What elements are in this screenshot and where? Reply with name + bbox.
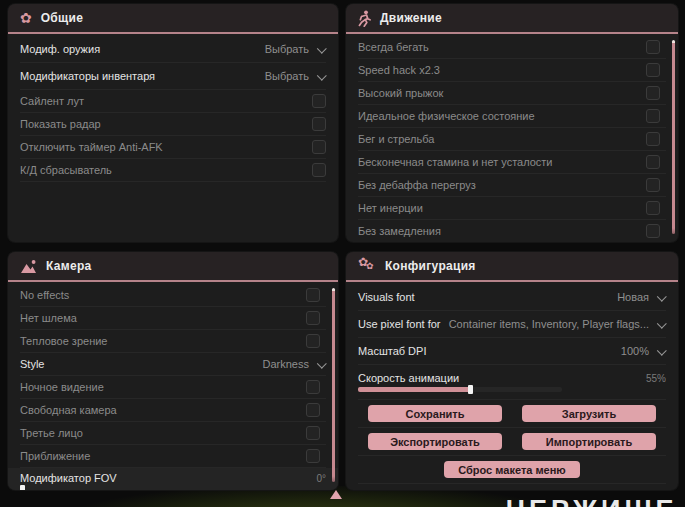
row-run-and-shoot: Бег и стрельба	[358, 128, 666, 151]
reset-menu-layout-button[interactable]: Сброс макета меню	[444, 461, 580, 478]
row-label: Модиф. оружия	[20, 43, 100, 55]
dropdown-value: Darkness	[263, 358, 309, 370]
row-label: Бесконечная стамина и нет усталости	[358, 156, 553, 168]
row-label: Бег и стрельба	[358, 133, 434, 145]
row-label: Высокий прыжок	[358, 87, 443, 99]
row-third-person: Третье лицо	[20, 422, 326, 445]
row-label: Speed hack x2.3	[358, 64, 440, 76]
night-vision-checkbox[interactable]	[306, 380, 320, 394]
cooldown-reset-checkbox[interactable]	[312, 163, 326, 177]
scrollbar[interactable]	[672, 40, 675, 234]
row-label: Сайлент лут	[20, 95, 84, 107]
free-camera-checkbox[interactable]	[306, 403, 320, 417]
scrollbar[interactable]	[332, 288, 335, 482]
row-label: Всегда бегать	[358, 41, 429, 53]
load-button[interactable]: Загрузить	[522, 405, 656, 422]
zoom-checkbox[interactable]	[306, 449, 320, 463]
weapon-mods-dropdown[interactable]: Выбрать	[265, 43, 326, 55]
row-label: Без дебаффа перегруз	[358, 179, 476, 191]
row-pixel-font: Use pixel font for Container items, Inve…	[358, 311, 666, 338]
button-row: Сброс макета меню	[358, 456, 666, 484]
style-dropdown[interactable]: Darkness	[263, 358, 326, 370]
row-disable-antiafk: Отключить таймер Anti-AFK	[20, 136, 326, 159]
import-button[interactable]: Импортировать	[522, 433, 656, 450]
animation-speed-value: 55%	[646, 373, 666, 384]
row-label: Нет шлема	[20, 312, 77, 324]
row-inventory-mods: Модификаторы инвентаря Выбрать	[20, 63, 326, 90]
fov-value: 0°	[316, 473, 326, 484]
row-thermal-vision: Тепловое зрение	[20, 330, 326, 353]
row-label: Тепловое зрение	[20, 335, 107, 347]
row-no-helmet: Нет шлема	[20, 307, 326, 330]
disable-antiafk-checkbox[interactable]	[312, 140, 326, 154]
row-label: Ночное видение	[20, 381, 104, 393]
no-slowdown-checkbox[interactable]	[646, 224, 660, 238]
export-button[interactable]: Экспортировать	[368, 433, 502, 450]
pixel-font-dropdown[interactable]: Container items, Inventory, Player flags…	[449, 318, 666, 330]
slider-fill	[358, 387, 470, 392]
third-person-checkbox[interactable]	[306, 426, 320, 440]
show-radar-checkbox[interactable]	[312, 117, 326, 131]
panel-config-title: Конфигурация	[385, 259, 476, 273]
row-visuals-font: Visuals font Новая	[358, 284, 666, 311]
always-run-checkbox[interactable]	[646, 40, 660, 54]
row-label: Показать радар	[20, 118, 101, 130]
row-label: Visuals font	[358, 291, 415, 303]
thermal-vision-checkbox[interactable]	[306, 334, 320, 348]
save-button[interactable]: Сохранить	[368, 405, 502, 422]
perfect-condition-checkbox[interactable]	[646, 109, 660, 123]
row-label: Скорость анимации	[358, 372, 459, 384]
chevron-down-icon	[317, 358, 327, 368]
dropdown-value: Новая	[617, 291, 649, 303]
run-and-shoot-checkbox[interactable]	[646, 132, 660, 146]
infinite-stamina-checkbox[interactable]	[646, 155, 660, 169]
runner-icon	[358, 10, 371, 27]
panel-general: ✿ Общие Модиф. оружия Выбрать Модификато…	[8, 4, 338, 242]
panel-camera: Камера No effects Нет шлема Тепловое зре…	[8, 252, 338, 490]
silent-loot-checkbox[interactable]	[312, 94, 326, 108]
panel-movement-header: Движение	[346, 4, 678, 34]
row-label: Приближение	[20, 450, 90, 462]
row-no-overload-debuff: Без дебаффа перегруз	[358, 174, 666, 197]
fov-slider-handle[interactable]	[20, 485, 25, 490]
button-row: Экспортировать Импортировать	[358, 428, 666, 456]
chevron-down-icon	[657, 345, 667, 355]
chevron-down-icon	[657, 318, 667, 328]
speed-hack-checkbox[interactable]	[646, 63, 660, 77]
row-no-inertia: Нет инерции	[358, 197, 666, 220]
no-helmet-checkbox[interactable]	[306, 311, 320, 325]
no-inertia-checkbox[interactable]	[646, 201, 660, 215]
visuals-font-dropdown[interactable]: Новая	[617, 291, 666, 303]
animation-speed-slider[interactable]	[358, 387, 562, 392]
dropdown-value: 100%	[621, 345, 649, 357]
panel-config: ✿✿ Конфигурация Visuals font Новая Use p…	[346, 252, 678, 490]
row-label: Style	[20, 358, 44, 370]
row-cooldown-reset: К/Д сбрасыватель	[20, 159, 326, 182]
gear-icon: ✿	[20, 11, 32, 25]
dropdown-value: Выбрать	[265, 70, 309, 82]
dpi-scale-dropdown[interactable]: 100%	[621, 345, 666, 357]
row-silent-loot: Сайлент лут	[20, 90, 326, 113]
row-label: Модификаторы инвентаря	[20, 70, 155, 82]
chevron-down-icon	[317, 70, 327, 80]
panel-camera-title: Камера	[46, 259, 92, 273]
row-animation-speed: Скорость анимации 55%	[358, 365, 666, 400]
row-always-run: Всегда бегать	[358, 36, 666, 59]
fov-slider[interactable]	[20, 485, 326, 490]
panel-movement-title: Движение	[380, 11, 442, 25]
no-effects-checkbox[interactable]	[306, 288, 320, 302]
row-fov-modifier: Модификатор FOV 0°	[8, 468, 338, 490]
row-label: Идеальное физическое состояние	[358, 110, 535, 122]
high-jump-checkbox[interactable]	[646, 86, 660, 100]
button-row: Сохранить Загрузить	[358, 400, 666, 428]
slider-handle[interactable]	[468, 385, 473, 394]
row-weapon-mods: Модиф. оружия Выбрать	[20, 36, 326, 63]
row-no-effects: No effects	[20, 284, 326, 307]
no-overload-debuff-checkbox[interactable]	[646, 178, 660, 192]
dropdown-value: Выбрать	[265, 43, 309, 55]
row-perfect-condition: Идеальное физическое состояние	[358, 105, 666, 128]
panel-camera-header: Камера	[8, 252, 338, 282]
row-no-slowdown: Без замедления	[358, 220, 666, 242]
panel-general-title: Общие	[41, 11, 83, 25]
inventory-mods-dropdown[interactable]: Выбрать	[265, 70, 326, 82]
